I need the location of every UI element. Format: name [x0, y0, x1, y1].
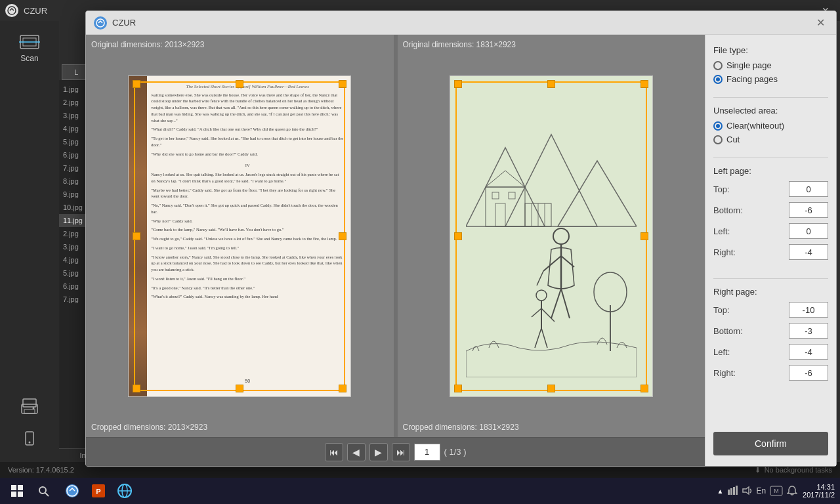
left-page-container: The Selected Short Stories of [text] Wil… [91, 53, 388, 419]
network-icon [727, 486, 738, 496]
right-right-input[interactable]: -6 [789, 365, 828, 381]
taskbar-tray: ▲ En M [717, 486, 797, 496]
divider-1 [713, 97, 828, 98]
taskbar-app-browser[interactable] [113, 479, 136, 503]
right-page-section-label: Right page: [713, 287, 828, 297]
app-window: CZUR – ✕ Scan [0, 0, 840, 478]
right-top-input[interactable]: -10 [789, 302, 828, 318]
clear-option[interactable]: Clear(whiteout) [713, 121, 828, 131]
svg-rect-60 [733, 487, 735, 495]
left-page-preview: Original dimensions: 2013×2923 [86, 35, 394, 437]
file-type-radio-group: Single page Facing pages [713, 60, 828, 84]
taskbar-right: ▲ En M 14:31 2017/11/2 [717, 483, 835, 499]
navigation-controls: ⏮ ◀ ▶ ⏭ 1 ( 1/3 ) [86, 437, 705, 466]
cut-radio[interactable] [713, 135, 723, 144]
svg-rect-59 [730, 488, 732, 495]
right-right-label: Right: [713, 368, 736, 378]
taskbar-date: 2017/11/2 [803, 491, 835, 499]
svg-text:P: P [96, 488, 100, 495]
taskbar-clock: 14:31 2017/11/2 [803, 483, 835, 499]
svg-point-7 [33, 408, 35, 410]
right-bottom-input[interactable]: -3 [789, 323, 828, 339]
right-bottom-label: Bottom: [713, 326, 743, 336]
unselected-area-label: Unselected area: [713, 106, 828, 116]
single-page-option[interactable]: Single page [713, 60, 828, 70]
version-label: Version: 17.4.0615.2 [8, 466, 74, 474]
taskbar-app-ppt[interactable]: P [87, 479, 110, 503]
right-bottom-row: Bottom: -3 [713, 323, 828, 339]
tray-chevron[interactable]: ▲ [717, 488, 723, 495]
search-button[interactable] [32, 479, 55, 503]
divider-2 [713, 158, 828, 158]
svg-text:M: M [774, 488, 779, 494]
left-left-input[interactable]: 0 [789, 223, 828, 239]
unselected-area-radio-group: Clear(whiteout) Cut [713, 121, 828, 144]
left-top-input[interactable]: 0 [789, 181, 828, 197]
cut-label: Cut [726, 135, 740, 144]
left-page-section-label: Left page: [713, 166, 828, 176]
dialog-title: CZUR [112, 18, 812, 28]
right-left-input[interactable]: -4 [789, 344, 828, 360]
facing-pages-radio[interactable] [713, 75, 723, 84]
left-right-row: Right: -4 [713, 244, 828, 260]
svg-point-0 [8, 7, 16, 14]
clear-radio[interactable] [713, 121, 723, 131]
nav-first-button[interactable]: ⏮ [325, 443, 343, 461]
download-icon: ⬇ [755, 466, 761, 474]
left-bottom-input[interactable]: -6 [789, 202, 828, 218]
left-right-input[interactable]: -4 [789, 244, 828, 260]
taskbar-apps: P [60, 479, 136, 503]
confirm-button[interactable]: Confirm [713, 432, 828, 455]
left-top-label: Top: [713, 184, 730, 194]
notification-icon[interactable] [787, 486, 797, 496]
app-logo [5, 4, 18, 17]
svg-line-50 [45, 493, 49, 496]
left-right-label: Right: [713, 247, 736, 257]
dialog-logo [94, 16, 107, 30]
left-bottom-label: Bottom: [713, 205, 743, 215]
svg-point-49 [39, 487, 46, 494]
cut-option[interactable]: Cut [713, 135, 828, 144]
svg-rect-58 [728, 490, 730, 495]
single-page-radio[interactable] [713, 61, 723, 70]
sidebar-item-print[interactable] [3, 391, 56, 423]
print-icon [18, 398, 41, 416]
dialog-close-button[interactable]: ✕ [812, 15, 828, 31]
right-page-section: Right page: Top: -10 Bottom: -3 Left: -4 [713, 287, 828, 386]
left-left-label: Left: [713, 226, 730, 236]
right-cropped-dim: Cropped dimensions: 1831×2923 [403, 423, 700, 432]
page-number-input[interactable]: 1 [414, 444, 440, 461]
left-original-dim: Original dimensions: 2013×2923 [91, 40, 388, 49]
clear-label: Clear(whiteout) [726, 121, 784, 131]
divider-3 [713, 278, 828, 279]
sidebar-item-scan[interactable]: Scan [3, 26, 56, 70]
sidebar-item-device[interactable] [3, 423, 56, 454]
facing-pages-label: Facing pages [726, 74, 778, 84]
facing-pages-option[interactable]: Facing pages [713, 74, 828, 84]
taskbar-time: 14:31 [803, 483, 835, 491]
svg-rect-48 [18, 492, 23, 497]
scan-label: Scan [20, 54, 38, 63]
left-bottom-row: Bottom: -6 [713, 202, 828, 218]
right-page-preview: Original dimensions: 1831×2923 [398, 35, 705, 437]
svg-rect-61 [736, 486, 738, 495]
left-top-row: Top: 0 [713, 181, 828, 197]
left-page-section: Left page: Top: 0 Bottom: -6 Left: 0 Ri [713, 166, 828, 265]
settings-panel: File type: Single page Facing pages [705, 35, 836, 466]
taskbar-app-czur[interactable] [60, 479, 84, 503]
nav-next-button[interactable]: ▶ [369, 443, 388, 461]
file-type-label: File type: [713, 45, 828, 55]
nav-prev-button[interactable]: ◀ [347, 443, 366, 461]
language-label: En [756, 486, 766, 495]
left-cropped-dim: Cropped dimensions: 2013×2923 [91, 423, 388, 432]
dialog-title-bar: CZUR ✕ [86, 11, 836, 35]
start-button[interactable] [5, 479, 29, 503]
svg-rect-4 [23, 399, 36, 407]
preview-area: Original dimensions: 2013×2923 [86, 35, 705, 466]
single-page-label: Single page [726, 60, 772, 70]
svg-point-9 [29, 442, 31, 444]
svg-point-15 [96, 19, 104, 27]
nav-last-button[interactable]: ⏭ [392, 443, 410, 461]
preview-pages: Original dimensions: 2013×2923 [86, 35, 705, 437]
unselected-area-section: Unselected area: Clear(whiteout) Cut [713, 106, 828, 144]
